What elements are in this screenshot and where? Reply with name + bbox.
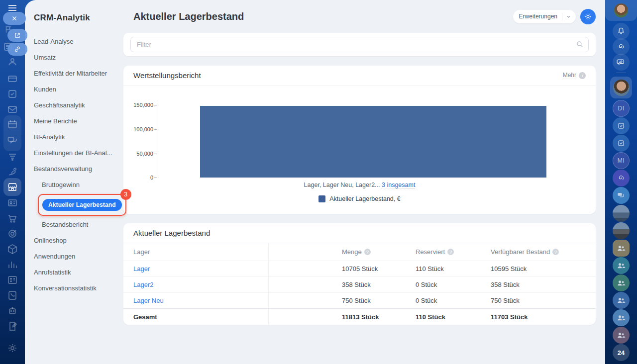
user-avatar[interactable] (614, 3, 628, 17)
bar-chart: 150,000 100,000 50,000 0 Lager, Lager Ne… (123, 86, 596, 213)
crm-chat-button[interactable] (613, 170, 630, 186)
help-icon[interactable]: ? (552, 249, 559, 255)
caption-total-link[interactable]: 3 insgesamt (382, 182, 415, 189)
sidebar-item-anwendungen[interactable]: Anwendungen (34, 249, 123, 265)
group-avatar[interactable] (613, 274, 630, 291)
sidebar-title: CRM-Analytik (34, 13, 123, 23)
group-avatar[interactable] (613, 309, 630, 326)
marketing-icon[interactable] (6, 228, 18, 240)
group-avatar[interactable] (613, 327, 630, 344)
external-link-button[interactable] (7, 29, 27, 42)
tasks-icon[interactable] (6, 88, 18, 100)
sidebar-item-anrufstatistik[interactable]: Anrufstatistik (34, 265, 123, 280)
extensions-button[interactable]: Erweiterungen (513, 10, 576, 23)
info-icon[interactable]: i (579, 72, 586, 79)
more-link[interactable]: Mehr (563, 72, 576, 79)
main-content: Aktueller Lagerbestand Erweiterungen Wer… (123, 0, 605, 364)
y-tick-50000: 50,000 (126, 151, 153, 157)
sidebar-item-bi-analytik[interactable]: BI-Analytik (34, 129, 123, 145)
group-avatar[interactable] (613, 292, 630, 309)
table-header-row: Lager Menge? Reserviert? Verfügbarer Bes… (123, 243, 596, 261)
open-channels-button[interactable] (613, 54, 630, 71)
button-divider (562, 13, 562, 20)
employees-icon[interactable] (6, 56, 18, 68)
group-chat-button[interactable] (613, 187, 630, 204)
inventory-value-bar[interactable] (200, 106, 546, 178)
active-sidebar-pill[interactable]: Aktueller Lagerbestand (42, 199, 122, 211)
crm-button[interactable] (613, 38, 630, 55)
active-chat-slot[interactable] (610, 77, 632, 98)
mail-icon[interactable] (6, 103, 18, 115)
task-chat-button[interactable] (613, 135, 630, 152)
bell-icon (616, 26, 626, 36)
contacts-icon[interactable] (6, 197, 18, 209)
feed-icon[interactable] (6, 150, 18, 162)
sidebar-item-bestandsverwaltung[interactable]: Bestandsverwaltung (34, 161, 123, 177)
extensions-button-label: Erweiterungen (519, 13, 557, 20)
warehouse-link[interactable]: Lager (133, 265, 150, 273)
col-reserviert: Reserviert (416, 248, 445, 256)
telephony-icon[interactable] (6, 289, 18, 301)
robot-icon[interactable] (6, 305, 18, 317)
table-row: Lager 10705 Stück 110 Stück 10595 Stück (123, 261, 596, 276)
calendar-icon[interactable] (6, 118, 18, 130)
sidebar-item-lead-analyse[interactable]: Lead-Analyse (34, 34, 123, 50)
task-chat-button[interactable] (613, 117, 630, 134)
sidebar-item-geschaeftsanalytik[interactable]: Geschäftsanalytik (34, 97, 123, 113)
warehouse-link[interactable]: Lager2 (133, 281, 153, 288)
table-card-title: Aktueller Lagerbestand (133, 229, 586, 237)
chat-avatar-photo[interactable] (613, 222, 630, 239)
sidebar-item-aktueller-lagerbestand[interactable]: Aktueller Lagerbestand 3 (34, 193, 123, 217)
sidebar-item-onlineshop[interactable]: Onlineshop (34, 233, 123, 249)
settings-gear-button[interactable] (580, 9, 596, 24)
sidebar-item-meine-berichte[interactable]: Meine Berichte (34, 113, 123, 129)
filter-input[interactable] (130, 37, 589, 52)
more-chats-counter[interactable]: 24 (613, 344, 630, 361)
catalog-icon[interactable] (6, 243, 18, 255)
chat-avatar-photo[interactable] (613, 205, 630, 222)
rail-divider (616, 73, 626, 73)
sign-icon[interactable] (6, 166, 18, 178)
table-row: Lager2 358 Stück 0 Stück 358 Stück (123, 276, 596, 292)
warehouse-link[interactable]: Lager Neu (133, 297, 164, 304)
sidebar-item-bi-einstellungen[interactable]: Einstellungen der BI-Anal... (34, 145, 123, 161)
main-panel: CRM-Analytik Lead-Analyse Umsatz Effekti… (25, 0, 605, 364)
legend-label: Aktueller Lagerbestand, € (329, 195, 400, 202)
messenger-icon[interactable] (6, 135, 18, 147)
y-tick-100000: 100,000 (126, 126, 153, 132)
group-avatar[interactable] (613, 257, 630, 274)
sidebar-item-konversationsstatistik[interactable]: Konversationsstatistik (34, 280, 123, 296)
sidebar-item-umsatz[interactable]: Umsatz (34, 50, 123, 66)
valuation-report-card: Wertstellungsbericht Mehr i 150,000 100,… (123, 66, 596, 214)
chevron-down-icon (566, 14, 571, 19)
sidebar-item-effektivitaet[interactable]: Effektivität der Mitarbeiter (34, 66, 123, 82)
link-button[interactable] (7, 43, 27, 56)
sidebar-item-kunden[interactable]: Kunden (34, 82, 123, 97)
people-icon (616, 278, 626, 288)
chat-avatar-mi[interactable]: MI (613, 152, 630, 169)
help-icon[interactable]: ? (447, 249, 454, 255)
check-square-icon (616, 121, 626, 131)
sidebar-item-bruttogewinn[interactable]: Bruttogewinn (34, 177, 123, 193)
search-icon[interactable] (576, 40, 584, 48)
cart-icon[interactable] (6, 212, 18, 224)
axis-tick (154, 178, 157, 178)
chat-avatar-di[interactable]: DI (613, 100, 630, 117)
analytics-icon[interactable] (6, 259, 18, 271)
notes-icon[interactable] (6, 320, 18, 332)
close-button[interactable] (3, 12, 26, 25)
sidebar-item-bestandsbericht[interactable]: Bestandsbericht (34, 217, 123, 233)
settings-icon[interactable] (6, 342, 18, 354)
y-tick-0: 0 (126, 175, 153, 181)
schedule-icon[interactable] (6, 274, 18, 286)
wallet-icon[interactable] (6, 73, 18, 85)
gear-icon (584, 12, 592, 21)
caption-text: Lager, Lager Neu, Lager2... (304, 182, 380, 188)
help-icon[interactable]: ? (364, 249, 371, 255)
group-avatar[interactable] (613, 240, 630, 257)
notifications-button[interactable] (613, 23, 630, 40)
people-icon (616, 243, 626, 253)
table-total-row: Gesamt 11813 Stück 110 Stück 11703 Stück (123, 308, 596, 325)
store-icon[interactable] (6, 181, 18, 193)
report-card-title: Wertstellungsbericht (133, 71, 563, 80)
